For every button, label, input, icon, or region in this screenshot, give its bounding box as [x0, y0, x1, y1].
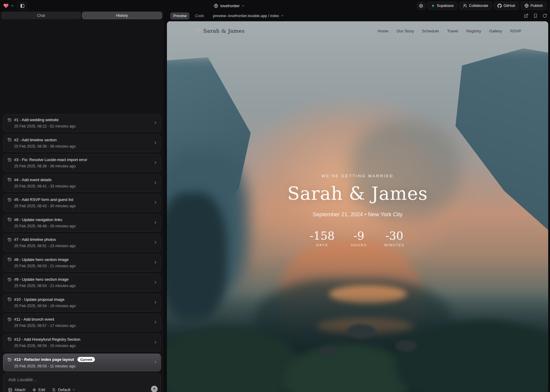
- send-button[interactable]: [151, 386, 158, 392]
- history-item[interactable]: #11 - Add brunch event 25 Feb 2025, 08:5…: [3, 314, 161, 331]
- supabase-button[interactable]: Supabase: [428, 2, 457, 10]
- history-item-title: #11 - Add brunch event: [14, 317, 54, 322]
- history-item[interactable]: #13 - Refactor index page layout Current…: [3, 354, 161, 371]
- history-item-title: #5 - Add RSVP form and guest list: [14, 197, 73, 202]
- chevron-right-icon[interactable]: [153, 240, 158, 244]
- countdown: -158 DAYS -9 HOURS -30 MINUTES: [167, 230, 548, 247]
- history-clock-icon: [8, 158, 12, 162]
- edit-button[interactable]: Edit: [32, 388, 45, 392]
- chevron-right-icon[interactable]: [153, 300, 158, 304]
- history-item-row: #13 - Refactor index page layout Current: [8, 357, 150, 362]
- chevron-right-icon[interactable]: [153, 320, 158, 324]
- publish-globe-icon: [524, 4, 529, 8]
- chevron-right-icon[interactable]: [153, 181, 158, 185]
- panel-tabs: Chat History: [1, 12, 162, 19]
- site-nav-link[interactable]: RSVP: [510, 29, 521, 33]
- history-item-row: #4 - Add event details: [8, 178, 150, 182]
- site-nav-link[interactable]: Gallery: [489, 29, 502, 33]
- current-badge: Current: [77, 357, 95, 362]
- countdown-value: -158: [310, 230, 334, 241]
- site-nav-link[interactable]: Our Story: [397, 29, 414, 33]
- sidebar-toggle-button[interactable]: [18, 2, 27, 10]
- history-item[interactable]: #3 - Fix: Resolve Lucide-react import er…: [3, 154, 161, 172]
- site-nav-link[interactable]: Travel: [447, 29, 458, 33]
- supabase-bolt-icon: [431, 4, 435, 8]
- site-nav-link[interactable]: Registry: [466, 29, 481, 33]
- attach-button[interactable]: Attach: [8, 388, 26, 392]
- tab-chat[interactable]: Chat: [1, 12, 81, 19]
- history-clock-icon: [8, 297, 12, 301]
- chevron-right-icon[interactable]: [153, 360, 158, 364]
- workspace-chevron-down-icon[interactable]: [11, 4, 14, 7]
- chevron-right-icon[interactable]: [153, 260, 158, 265]
- publish-button[interactable]: Publish: [521, 2, 546, 10]
- history-item[interactable]: #1 - Add wedding website 25 Feb 2025, 08…: [3, 114, 161, 132]
- github-label: GitHub: [503, 4, 515, 8]
- topbar-left: [3, 0, 27, 11]
- history-item[interactable]: #5 - Add RSVP form and guest list 25 Feb…: [3, 194, 161, 212]
- history-item-title: #1 - Add wedding website: [14, 118, 59, 122]
- history-item[interactable]: #2 - Add timeline section 25 Feb 2025, 0…: [3, 134, 161, 152]
- history-item[interactable]: #8 - Update hero section image 25 Feb 20…: [3, 254, 161, 272]
- project-switcher[interactable]: lovefrontier: [214, 0, 245, 11]
- history-clock-icon: [8, 118, 12, 122]
- tab-history[interactable]: History: [82, 12, 162, 19]
- arrow-up-icon: [153, 387, 156, 391]
- mobile-view-icon[interactable]: [533, 13, 538, 18]
- history-clock-icon: [8, 257, 12, 262]
- chevron-right-icon[interactable]: [153, 141, 158, 145]
- panel-left-icon: [20, 4, 25, 8]
- site-brand[interactable]: Sarah & James: [195, 28, 245, 34]
- edit-label: Edit: [38, 388, 45, 392]
- history-clock-icon: [8, 238, 12, 242]
- attach-label: Attach: [14, 388, 26, 392]
- website-preview-frame: Sarah & James HomeOur StoryScheduleTrave…: [167, 21, 548, 392]
- chevron-right-icon[interactable]: [153, 160, 158, 165]
- history-item[interactable]: #6 - Update navigation links 25 Feb 2025…: [3, 214, 161, 232]
- users-icon: [463, 4, 467, 8]
- history-item[interactable]: #9 - Update hero section image 25 Feb 20…: [3, 274, 161, 292]
- tab-code[interactable]: Code: [192, 12, 207, 19]
- site-nav-link[interactable]: Schedule: [422, 29, 439, 33]
- history-item[interactable]: #4 - Add event details 25 Feb 2025, 08:4…: [3, 174, 161, 192]
- ask-lovable-input[interactable]: [8, 376, 147, 383]
- url-chevron-down-icon: [281, 14, 284, 17]
- preview-url[interactable]: preview--lovefrontier.lovable.app / inde…: [213, 14, 284, 18]
- preview-tools: [524, 13, 547, 18]
- github-button[interactable]: GitHub: [494, 2, 519, 10]
- sliders-icon: [52, 388, 56, 392]
- hero-eyebrow: WE'RE GETTING MARRIED: [167, 174, 548, 178]
- lovable-logo-heart-icon[interactable]: [3, 3, 9, 9]
- chevron-right-icon[interactable]: [153, 200, 158, 205]
- chevron-right-icon[interactable]: [153, 280, 158, 284]
- history-item-row: #2 - Add timeline section: [8, 138, 150, 142]
- history-item-timestamp: 25 Feb 2025, 08:36 - 38 minutes ago: [14, 144, 150, 148]
- chevron-right-icon[interactable]: [153, 121, 158, 125]
- chat-composer: Attach Edit Default: [3, 373, 161, 392]
- history-item-title: #2 - Add timeline section: [14, 138, 57, 142]
- settings-button[interactable]: [417, 2, 425, 10]
- history-item-timestamp: 25 Feb 2025, 08:51 - 23 minutes ago: [14, 244, 150, 248]
- mode-chevron-down-icon: [72, 388, 75, 391]
- collaborate-button[interactable]: Collaborate: [459, 2, 492, 10]
- history-item[interactable]: #12 - Add Honeyfund Registry Section 25 …: [3, 334, 161, 352]
- tab-preview[interactable]: Preview: [170, 12, 189, 19]
- history-item-timestamp: 25 Feb 2025, 08:59 - 15 minutes ago: [14, 344, 150, 348]
- hero-title: Sarah & James: [167, 183, 548, 204]
- open-in-new-window-icon[interactable]: [524, 13, 528, 18]
- history-clock-icon: [8, 138, 12, 142]
- publish-label: Publish: [530, 4, 543, 8]
- site-nav-link[interactable]: Home: [378, 29, 388, 33]
- mode-select[interactable]: Default: [52, 388, 75, 392]
- chevron-right-icon[interactable]: [153, 220, 158, 225]
- history-item[interactable]: #10 - Update proposal image 25 Feb 2025,…: [3, 294, 161, 312]
- countdown-label: DAYS: [310, 243, 334, 247]
- chevron-right-icon[interactable]: [153, 340, 158, 344]
- history-item-row: #12 - Add Honeyfund Registry Section: [8, 337, 150, 342]
- refresh-icon[interactable]: [542, 13, 547, 18]
- left-panel: Chat History #1 - Add wedding website 25…: [0, 11, 164, 392]
- countdown-column: -30 MINUTES: [383, 230, 406, 247]
- globe-icon: [214, 4, 218, 8]
- history-item[interactable]: #7 - Add timeline photos 25 Feb 2025, 08…: [3, 234, 161, 252]
- history-clock-icon: [8, 337, 12, 341]
